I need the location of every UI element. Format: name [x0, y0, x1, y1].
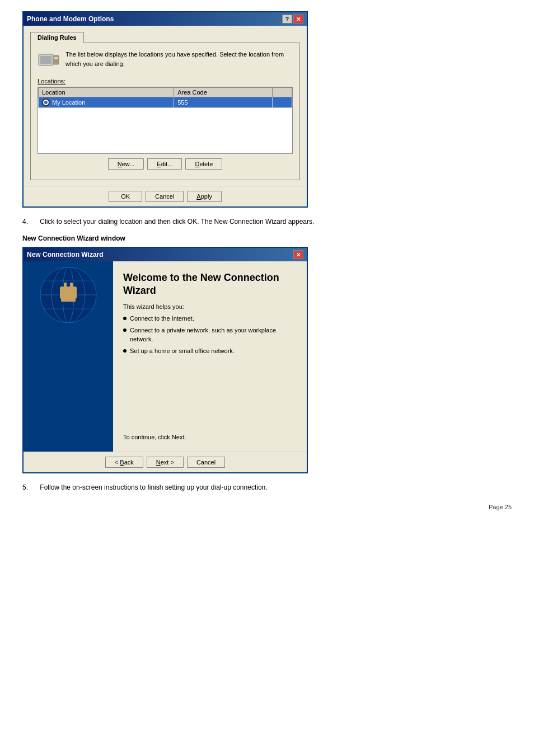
tab-content: The list below displays the locations yo…: [30, 43, 300, 180]
radio-icon: [42, 98, 50, 106]
wizard-sidebar-image: [35, 267, 102, 323]
phone-modem-titlebar: Phone and Modem Options ? ✕: [24, 12, 307, 26]
list-item-1: Connect to the Internet.: [123, 314, 297, 323]
svg-rect-18: [61, 299, 76, 302]
next-underline: N: [156, 459, 161, 466]
wizard-close-button[interactable]: ✕: [293, 250, 303, 259]
table-buttons: New... Edit... Delete: [38, 158, 293, 170]
svg-rect-16: [64, 283, 67, 288]
step5-number: 5.: [22, 482, 38, 492]
titlebar-buttons: ? ✕: [282, 15, 303, 24]
tab-bar: Dialing Rules: [30, 31, 300, 43]
svg-rect-17: [70, 283, 73, 288]
apply-underline: A: [196, 193, 200, 200]
titlebar-title-area: Phone and Modem Options: [27, 15, 114, 23]
col-areacode: Area Code: [174, 88, 273, 97]
list-item-1-text: Connect to the Internet.: [130, 314, 194, 323]
locations-label: Locations:: [38, 78, 293, 84]
location-cell: My Location: [39, 97, 174, 108]
delete-button[interactable]: Delete: [185, 158, 222, 170]
cancel-button[interactable]: Cancel: [146, 191, 184, 202]
list-item-3: Set up a home or small office network.: [123, 347, 297, 355]
svg-point-5: [56, 60, 57, 62]
back-underline: B: [120, 459, 124, 466]
wizard-cancel-button[interactable]: Cancel: [187, 457, 225, 468]
edit-button[interactable]: Edit...: [147, 158, 182, 170]
phone-modem-dialog: Phone and Modem Options ? ✕ Dialing Rule…: [22, 11, 308, 208]
info-text: The list below displays the locations yo…: [65, 50, 293, 72]
phone-icon: [38, 50, 60, 72]
locations-table: Location Area Code: [38, 87, 292, 108]
back-button[interactable]: < Back: [105, 457, 143, 468]
table-header: Location Area Code: [39, 88, 292, 97]
wizard-subtitle: This wizard helps you:: [123, 303, 297, 310]
phone-modem-body: Dialing Rules: [24, 26, 307, 186]
svg-point-4: [54, 60, 55, 62]
wizard-dialog: New Connection Wizard ✕: [22, 247, 308, 473]
location-cell-inner: My Location: [42, 98, 170, 106]
ok-button[interactable]: OK: [109, 191, 142, 202]
new-button[interactable]: New...: [108, 158, 144, 170]
svg-point-6: [54, 62, 55, 63]
col-location: Location: [39, 88, 174, 97]
list-item-2-text: Connect to a private network, such as yo…: [130, 326, 297, 344]
wizard-titlebar-buttons: ✕: [293, 250, 303, 259]
bullet-3: [123, 349, 127, 353]
list-item-3-text: Set up a home or small office network.: [130, 347, 235, 355]
svg-rect-15: [60, 287, 77, 299]
next-button[interactable]: Next >: [147, 457, 184, 468]
wizard-content: Welcome to the New Connection Wizard Thi…: [113, 261, 307, 452]
svg-rect-2: [53, 55, 59, 64]
help-button[interactable]: ?: [282, 15, 292, 24]
wizard-list: Connect to the Internet. Connect to a pr…: [123, 314, 297, 359]
wizard-title-text: New Connection Wizard: [27, 251, 104, 259]
step5-content: Follow the on-screen instructions to fin…: [40, 483, 267, 491]
area-code-cell: 555: [174, 97, 273, 108]
radio-dot: [44, 101, 48, 104]
close-button[interactable]: ✕: [293, 15, 303, 24]
svg-point-7: [56, 62, 57, 63]
wizard-body: Welcome to the New Connection Wizard Thi…: [24, 261, 307, 452]
step4-content: Click to select your dialing location an…: [40, 218, 314, 226]
wizard-continue: To continue, click Next.: [123, 434, 297, 446]
phone-modem-title: Phone and Modem Options: [27, 15, 114, 23]
spacer-cell: [273, 97, 292, 108]
step4-text: 4. Click to select your dialing location…: [38, 217, 512, 227]
svg-rect-1: [40, 56, 51, 64]
info-area: The list below displays the locations yo…: [38, 50, 293, 72]
list-item-2: Connect to a private network, such as yo…: [123, 326, 297, 344]
table-body: My Location 555: [39, 97, 292, 108]
wizard-sidebar: [24, 261, 113, 452]
locations-table-area: Location Area Code: [38, 87, 293, 154]
tab-dialing-rules[interactable]: Dialing Rules: [30, 32, 84, 43]
step4-number: 4.: [22, 217, 38, 227]
delete-underline: D: [195, 161, 199, 167]
bullet-1: [123, 317, 127, 320]
wizard-welcome-title: Welcome to the New Connection Wizard: [123, 271, 297, 298]
phone-icon-container: [38, 50, 60, 72]
svg-rect-3: [54, 57, 58, 59]
phone-modem-footer: OK Cancel Apply: [24, 186, 307, 206]
wizard-titlebar: New Connection Wizard ✕: [24, 248, 307, 261]
table-row[interactable]: My Location 555: [39, 97, 292, 108]
col-spacer: [273, 88, 292, 97]
locations-label-text: Locations:: [38, 78, 65, 84]
locations-underline: L: [38, 78, 41, 84]
edit-underline: E: [157, 161, 161, 167]
wizard-footer: < Back Next > Cancel: [24, 452, 307, 472]
table-header-row: Location Area Code: [39, 88, 292, 97]
section-heading: New Connection Wizard window: [22, 234, 512, 242]
page-number: Page 25: [22, 504, 512, 510]
apply-button[interactable]: Apply: [187, 191, 222, 202]
new-underline: N: [118, 161, 122, 167]
location-name: My Location: [52, 99, 85, 106]
step5-text: 5. Follow the on-screen instructions to …: [38, 482, 512, 492]
bullet-2: [123, 328, 127, 332]
